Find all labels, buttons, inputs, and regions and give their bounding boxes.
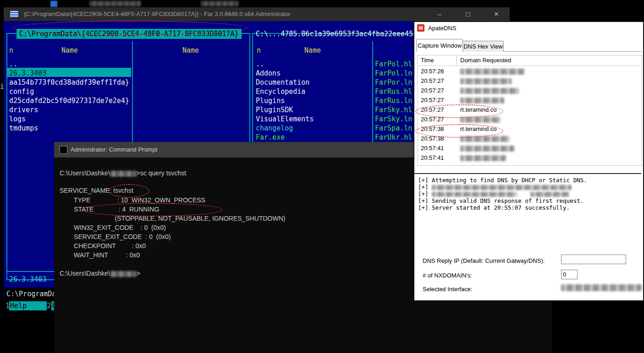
file-item-selected[interactable]: 26.3.3403 [9, 69, 46, 78]
file-item[interactable]: FarPor.ln [375, 78, 412, 87]
cmd-icon [60, 146, 67, 154]
window-title: ApateDNS [428, 25, 456, 32]
file-item[interactable]: VisualElements [256, 114, 314, 124]
redacted-username [110, 271, 137, 277]
cmd-prompt-line: C:\Users\Dashke\>sc query tsvchst [60, 168, 186, 178]
tab-capture-window[interactable]: Capture Window [416, 39, 463, 52]
log-line: [+] Sending valid DNS response of first … [418, 197, 583, 204]
redacted-interface-value [561, 284, 642, 291]
window-title: Administrator: Command Prompt [71, 146, 157, 153]
redacted-domain [460, 88, 519, 94]
table-row[interactable]: 20:57:27 [418, 115, 641, 125]
table-row[interactable]: 20:57:38 [418, 134, 641, 144]
cmd-output-line: CHECKPOINT : 0x0 [60, 241, 146, 250]
column-header-time[interactable]: Time [421, 57, 434, 64]
file-item[interactable]: Documentation [256, 78, 309, 87]
window-title: {C:\ProgramData\{4CEC2908-5CE4-48F0-A717… [24, 11, 291, 17]
log-line: [+] Attempting to find DNS by DHCP or St… [418, 177, 587, 184]
file-item[interactable]: logs [9, 114, 26, 124]
file-item[interactable]: drivers [9, 105, 38, 114]
table-row[interactable]: 20:57:41 [418, 144, 641, 153]
cmd-output-line: STATE : 4 RUNNING [60, 205, 159, 214]
file-item[interactable]: Plugins [256, 96, 285, 105]
table-row[interactable]: 20:57:27 [418, 76, 641, 86]
nxdomain-label: # of NXDOMAIN's: [423, 272, 472, 279]
file-item[interactable]: .. [256, 60, 264, 69]
screen: ir {C:\ProgramData\{4CEC2908-5CE4-48F0-A… [0, 0, 644, 353]
header-bottom-border [418, 65, 641, 66]
maximize-button[interactable]: □ [455, 7, 481, 21]
table-row[interactable]: 20:57:38 rt.teramind.co [418, 125, 641, 134]
file-item[interactable]: FarPol.hl [375, 60, 412, 69]
far-commandline[interactable]: C:\ProgramDa [6, 289, 56, 299]
redacted-domain [460, 78, 512, 84]
minimize-button[interactable]: – [426, 7, 453, 21]
far-titlebar: {C:\ProgramData\{4CEC2908-5CE4-48F0-A717… [4, 7, 510, 21]
log-line: [+] [418, 184, 572, 190]
file-item[interactable]: changelog [256, 124, 293, 133]
redacted-log-text [530, 192, 569, 197]
selected-interface-label: Selected Interface: [423, 286, 472, 293]
file-item[interactable]: FarSpa.ln [375, 124, 412, 133]
apatedns-icon: M [417, 24, 424, 32]
file-item[interactable]: FarPol.ln [375, 69, 412, 78]
background-taskbar-icon [50, 1, 57, 7]
domain-requested: rt.teramind.co [460, 106, 496, 113]
log-divider [414, 173, 641, 174]
dns-reply-ip-input[interactable] [561, 255, 626, 264]
nxdomain-input[interactable] [561, 270, 578, 279]
table-row[interactable]: 20:57:27 [418, 86, 641, 96]
table-row[interactable]: 20:57:41 [418, 153, 641, 163]
table-row[interactable]: 20:57:27 rt.teramind.co [418, 105, 641, 115]
cmd-output-line: TYPE : 10 WIN32_OWN_PROCESS [60, 196, 205, 205]
apatedns-window: M ApateDNS Capture Window DNS Hex View T… [413, 21, 644, 301]
file-item[interactable]: FarSky.ln [375, 114, 412, 124]
far-left-status-item: 26.3.3403 [9, 275, 46, 284]
table-row[interactable]: 20:57:26 [418, 67, 641, 76]
file-item[interactable]: FarRus.hl [375, 87, 412, 96]
background-window-title-fragment [89, 1, 141, 6]
column-header-domain[interactable]: Domain Requested [460, 57, 511, 64]
redacted-domain [460, 136, 510, 142]
file-item[interactable]: FarSky.hl [375, 105, 412, 114]
dns-reply-ip-label: DNS Reply IP (Default: Current Gatway/DN… [423, 257, 545, 264]
close-button[interactable]: × [483, 7, 510, 21]
far-logo-icon [10, 11, 18, 17]
cmd-output-line: WAIT_HINT : 0x0 [60, 250, 140, 260]
cmd-output-line: SERVICE_EXIT_CODE : 0 (0x0) [60, 232, 171, 241]
cmd-output-line: (STOPPABLE, NOT_PAUSABLE, IGNORES_SHUTDO… [60, 214, 285, 223]
file-item[interactable]: .. [9, 60, 17, 69]
header-separator [457, 56, 457, 65]
far-keybar-key: 2 [47, 301, 51, 310]
file-item[interactable]: d25cdafd2bc5f0d927317de7e2e4} [9, 96, 129, 105]
cmd-prompt-line[interactable]: C:\Users\Dashke\> [60, 269, 140, 278]
table-row[interactable]: 20:57:27 [418, 96, 641, 105]
redacted-domain [460, 98, 504, 103]
tab-dns-hex-view[interactable]: DNS Hex View [462, 41, 504, 52]
far-left-panel-path[interactable]: C:\ProgramData\{4CEC2908-5CE4-48F0-A717-… [17, 29, 242, 39]
redacted-domain [460, 146, 514, 152]
file-item[interactable]: tmdumps [9, 124, 38, 133]
file-item[interactable]: Addons [256, 69, 281, 78]
redacted-log-text [432, 192, 517, 197]
file-item[interactable]: FarRus.ln [375, 96, 412, 105]
far-right-panel-path[interactable]: C:\...4785.86c1a39e6953f3ac4fba22eee45c [256, 29, 417, 39]
cmd-output-line: SERVICE_NAME: tsvchst [60, 186, 133, 195]
far-keybar-help[interactable]: Help [9, 301, 47, 310]
file-item[interactable]: Encyclopedia [256, 87, 305, 96]
file-item[interactable]: config [9, 87, 34, 96]
redacted-domain [460, 155, 506, 161]
redacted-domain [460, 69, 524, 75]
file-item[interactable]: aa154b773f0cd38addf39eff1fda} [9, 78, 129, 87]
file-item[interactable]: Far.exe [256, 133, 285, 142]
log-line: [+] Server started at 20:55:07 successfu… [418, 204, 570, 211]
redacted-username [110, 171, 137, 177]
redacted-log-text [432, 185, 572, 190]
domain-requested: rt.teramind.co [460, 125, 496, 132]
cmd-output-line: WIN32_EXIT_CODE : 0 (0x0) [60, 223, 166, 232]
file-item[interactable]: FarUkr.hl [375, 133, 412, 142]
far-left-header-name1: Name [7, 46, 132, 55]
far-right-header-name: Name [253, 46, 372, 55]
background-window-title-fragment [201, 1, 238, 6]
file-item[interactable]: PluginSDK [256, 105, 293, 114]
